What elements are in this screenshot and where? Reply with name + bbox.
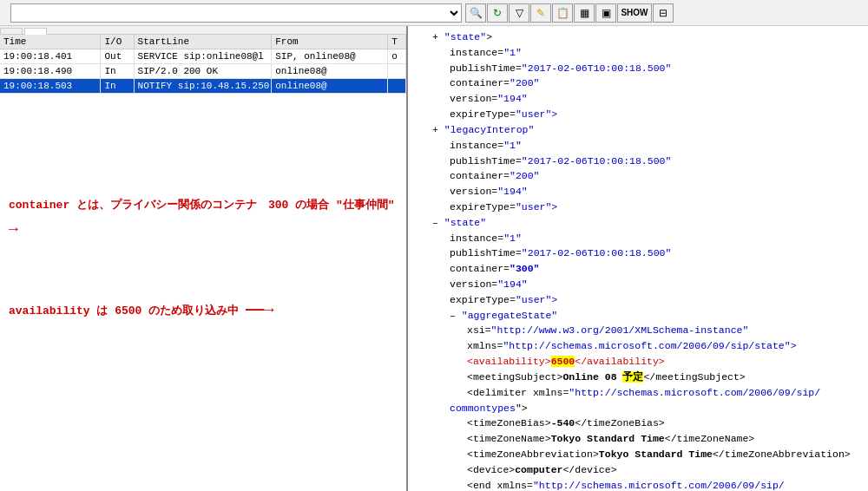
- col-time: Time: [0, 35, 101, 49]
- xml-line: instance="1": [415, 231, 861, 246]
- main-container: Time I/O StartLine From T 19:00:18.401Ou…: [0, 26, 868, 491]
- messages-table: Time I/O StartLine From T 19:00:18.401Ou…: [0, 35, 406, 94]
- xml-line: version="194": [415, 91, 861, 107]
- toolbar: 🔍 ↻ ▽ ✎ 📋 ▦ ▣ SHOW ⊟: [0, 0, 868, 26]
- xml-line: <meetingSubject>Online 08 予定</meetingSub…: [415, 370, 861, 385]
- cell-2: NOTIFY sip:10.48.15.250:50222;transp: [134, 79, 272, 94]
- toolbar-dropdown[interactable]: [10, 3, 462, 23]
- xml-line: container="200": [415, 168, 861, 184]
- xml-line: container="300": [415, 261, 861, 277]
- xml-line: expireType="user">: [415, 292, 861, 308]
- cell-1: In: [101, 79, 134, 94]
- tabs: [0, 26, 406, 35]
- col-from: From: [272, 35, 388, 49]
- cell-3: online08@: [272, 64, 388, 79]
- xml-line: instance="1": [415, 45, 861, 61]
- cell-2: SERVICE sip:online08@l: [134, 49, 272, 64]
- xml-line: publishTime="2017-02-06T10:00:18.500": [415, 245, 861, 261]
- table-container[interactable]: Time I/O StartLine From T 19:00:18.401Ou…: [0, 35, 406, 187]
- filter-button[interactable]: ▽: [509, 3, 529, 23]
- col-t: T: [388, 35, 406, 49]
- xml-line: – "state": [415, 215, 861, 231]
- xml-line: <device>computer</device>: [415, 462, 861, 478]
- cell-3: online08@: [272, 79, 388, 94]
- tab-trace[interactable]: [0, 28, 23, 34]
- left-panel: Time I/O StartLine From T 19:00:18.401Ou…: [0, 26, 408, 491]
- edit2-button[interactable]: 📋: [552, 3, 573, 23]
- cell-1: In: [101, 64, 134, 79]
- search-button[interactable]: 🔍: [465, 3, 486, 23]
- view2-button[interactable]: ▣: [595, 3, 616, 23]
- xml-line: <delimiter xmlns="http://schemas.microso…: [415, 385, 861, 401]
- right-panel[interactable]: + "state">instance="1"publishTime="2017-…: [408, 26, 868, 491]
- table-row[interactable]: 19:00:18.490InSIP/2.0 200 OKonline08@: [0, 64, 406, 79]
- xml-line: – "aggregateState": [415, 308, 861, 324]
- xml-line: expireType="user">: [415, 107, 861, 122]
- annotation-2: availability は 6500 のため取り込み中 ——→: [9, 304, 273, 318]
- cell-4: o: [388, 49, 406, 64]
- xml-line: <timeZoneAbbreviation>Tokyo Standard Tim…: [415, 447, 861, 462]
- cell-4: [388, 79, 406, 94]
- table-row[interactable]: 19:00:18.401OutSERVICE sip:online08@lSIP…: [0, 49, 406, 64]
- cell-4: [388, 64, 406, 79]
- col-startline: StartLine: [134, 35, 272, 49]
- xml-line: publishTime="2017-02-06T10:00:18.500": [415, 61, 861, 76]
- xml-line: instance="1": [415, 138, 861, 154]
- xml-line: <timeZoneName>Tokyo Standard Time</timeZ…: [415, 431, 861, 447]
- cell-2: SIP/2.0 200 OK: [134, 64, 272, 79]
- xml-line: <availability>6500</availability>: [415, 354, 861, 370]
- xml-line: xsi="http://www.w3.org/2001/XMLSchema-in…: [415, 323, 861, 338]
- refresh-button[interactable]: ↻: [487, 3, 508, 23]
- toolbar-button-group: 🔍 ↻ ▽ ✎ 📋 ▦ ▣ SHOW ⊟: [465, 3, 674, 23]
- xml-line: version="194": [415, 277, 861, 292]
- xml-line: <end xmlns="http://schemas.microsoft.com…: [415, 478, 861, 491]
- cell-0: 19:00:18.503: [0, 79, 101, 94]
- annotation-area: container とは、プライバシー関係のコンテナ 300 の場合 "仕事仲間…: [0, 187, 406, 491]
- tab-messages[interactable]: [24, 28, 47, 35]
- show-button[interactable]: SHOW: [617, 3, 652, 23]
- layout-button[interactable]: ⊟: [653, 3, 674, 23]
- cell-0: 19:00:18.490: [0, 64, 101, 79]
- cell-0: 19:00:18.401: [0, 49, 101, 64]
- xml-line: <timeZoneBias>-540</timeZoneBias>: [415, 416, 861, 431]
- xml-line: expireType="user">: [415, 200, 861, 215]
- xml-line: container="200": [415, 75, 861, 91]
- xml-line: version="194": [415, 184, 861, 200]
- edit1-button[interactable]: ✎: [530, 3, 551, 23]
- cell-3: SIP, online08@: [272, 49, 388, 64]
- xml-line: publishTime="2017-02-06T10:00:18.500": [415, 154, 861, 169]
- view1-button[interactable]: ▦: [574, 3, 595, 23]
- cell-1: Out: [101, 49, 134, 64]
- annotation-1: container とは、プライバシー関係のコンテナ 300 の場合 "仕事仲間…: [9, 199, 395, 237]
- table-body: 19:00:18.401OutSERVICE sip:online08@lSIP…: [0, 49, 406, 94]
- table-row[interactable]: 19:00:18.503InNOTIFY sip:10.48.15.250:50…: [0, 79, 406, 94]
- xml-line: + "legacyInterop": [415, 122, 861, 138]
- xml-line: commontypes">: [415, 401, 861, 416]
- xml-line: xmlns="http://schemas.microsoft.com/2006…: [415, 338, 861, 354]
- col-io: I/O: [101, 35, 134, 49]
- table-header-row: Time I/O StartLine From T: [0, 35, 406, 49]
- xml-line: + "state">: [415, 29, 861, 45]
